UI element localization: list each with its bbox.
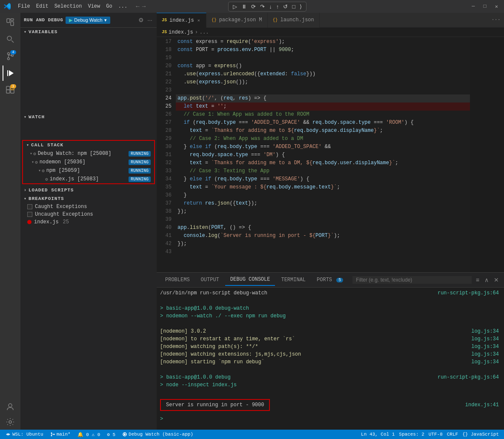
console-prompt: > — [160, 415, 501, 423]
menu-file[interactable]: File — [15, 3, 33, 10]
code-line-23 — [176, 86, 470, 94]
step-into-button[interactable]: ↓ — [267, 3, 274, 10]
activity-accounts[interactable] — [3, 399, 18, 414]
stop-button[interactable]: ↺ — [281, 3, 289, 10]
call-stack-item[interactable]: ⚙ index.js [25083] RUNNING — [23, 175, 154, 183]
watch-content — [20, 121, 157, 138]
uncaught-exceptions-checkbox[interactable] — [27, 212, 32, 217]
console-link[interactable]: run-script-pkg.js:64 — [438, 289, 501, 297]
console-link[interactable]: log.js:34 — [471, 335, 501, 343]
running-badge-0: RUNNING — [129, 151, 151, 157]
status-tasks[interactable]: ⚙ 5 — [105, 432, 117, 437]
caught-exceptions-checkbox[interactable] — [27, 204, 32, 209]
call-stack-item[interactable]: ▾ ⚙ nodemon [25036] RUNNING — [23, 158, 154, 166]
status-branch[interactable]: main* — [49, 432, 72, 437]
bottom-panel: PROBLEMS OUTPUT DEBUG CONSOLE TERMINAL P… — [157, 272, 504, 430]
settings-icon-button[interactable]: ⚙ — [137, 16, 145, 24]
code-line-40: app.listen(PORT, () => { — [176, 224, 470, 232]
panel-close-btn[interactable]: ✕ — [492, 276, 501, 284]
call-stack-item[interactable]: ▾ ⚙ npm [25059] RUNNING — [23, 166, 154, 175]
menu-more[interactable]: ... — [116, 3, 130, 10]
activity-explorer[interactable] — [3, 14, 18, 30]
console-link[interactable]: log.js:34 — [471, 328, 501, 335]
activity-run-debug[interactable] — [3, 66, 18, 81]
console-link[interactable]: log.js:34 — [471, 351, 501, 358]
console-link[interactable]: log.js:34 — [471, 358, 501, 366]
status-eol[interactable]: CRLF — [445, 432, 460, 437]
call-stack-header[interactable]: ▾ CALL STACK — [23, 141, 154, 149]
console-link[interactable]: run-script-pkg.js:64 — [438, 373, 501, 381]
minimap — [470, 37, 504, 272]
panel-list-btn[interactable]: ≡ — [474, 276, 481, 284]
tab-ports[interactable]: PORTS 5 — [312, 274, 348, 285]
variables-section-header[interactable]: ▾ VARIABLES — [20, 28, 157, 36]
tab-launchjson[interactable]: {} launch.json — [268, 13, 320, 28]
status-debug-label: Debug Watch (basic-app) — [129, 432, 193, 437]
continue-button[interactable]: ▷ — [231, 3, 239, 10]
call-stack-item-label-1: nodemon [25036] — [40, 159, 129, 165]
sidebar-toolbar: ⚙ ··· — [137, 16, 153, 24]
close-button[interactable]: ✕ — [493, 3, 501, 11]
menu-bar: File Edit Selection View Go ... — [15, 3, 130, 10]
nav-back-button[interactable]: ← — [136, 3, 139, 10]
code-lines[interactable]: const express = require('express'); cons… — [176, 37, 470, 272]
activity-settings[interactable] — [3, 414, 18, 430]
tab-terminal[interactable]: TERMINAL — [276, 274, 311, 285]
run-debug-label: RUN AND DEBUG — [24, 17, 63, 23]
breadcrumb-filename[interactable]: index.js — [169, 29, 193, 35]
server-link[interactable]: index.js:41 — [465, 401, 501, 409]
watch-section-header[interactable]: ▾ WATCH — [20, 113, 157, 121]
tab-packagejson[interactable]: {} package.json M — [206, 13, 268, 28]
status-spaces[interactable]: Spaces: 2 — [397, 432, 426, 437]
status-encoding[interactable]: UTF-8 — [427, 432, 444, 437]
code-line-26: // Case 1: When App was added to the ROO… — [176, 111, 470, 119]
step-out-button[interactable]: ↑ — [275, 3, 281, 10]
tab-more-button[interactable]: ··· — [488, 17, 504, 23]
status-position[interactable]: Ln 43, Col 1 — [359, 432, 396, 437]
indexjs-breakpoint-label: index.js — [34, 219, 59, 225]
debug-settings-button[interactable]: ⟩ — [298, 3, 304, 10]
variables-content — [20, 36, 157, 113]
maximize-button[interactable]: □ — [481, 3, 489, 11]
code-line-25: let text = ''; — [176, 103, 470, 111]
menu-view[interactable]: View — [85, 3, 103, 10]
tab-indexjs-close[interactable]: ✕ — [197, 17, 201, 23]
breadcrumb-more[interactable]: ... — [200, 29, 209, 35]
code-line-17: const express = require('express'); — [176, 38, 470, 46]
activity-search[interactable] — [3, 31, 18, 47]
code-line-27: if (req.body.type === 'ADDED_TO_SPACE' &… — [176, 119, 470, 127]
tab-indexjs[interactable]: JS index.js ✕ — [157, 13, 206, 28]
pause-button[interactable]: ⏸ — [240, 3, 249, 10]
tab-debug-console[interactable]: DEBUG CONSOLE — [225, 274, 275, 286]
status-language[interactable]: {} JavaScript — [461, 432, 501, 437]
debug-more-button[interactable]: □ — [290, 3, 297, 10]
server-running-message: Server is running in port - 9000 — [160, 399, 270, 411]
loaded-scripts-header[interactable]: › LOADED SCRIPTS — [20, 186, 157, 194]
debug-config-button[interactable]: ▶ Debug Watch ▾ — [66, 17, 110, 24]
minimize-button[interactable]: ─ — [469, 3, 477, 11]
activity-source-control[interactable]: 4 — [3, 48, 18, 64]
breakpoints-header[interactable]: ▾ BREAKPOINTS — [20, 194, 157, 203]
activity-extensions[interactable]: 1 — [3, 83, 18, 98]
code-editor[interactable]: 17 18 19 20 21 22 23 24 25 26 27 28 29 3… — [157, 37, 504, 272]
nav-forward-button[interactable]: → — [142, 3, 146, 10]
status-errors[interactable]: 🔔 0 ⚠ 0 — [76, 432, 102, 437]
console-filter-input[interactable] — [352, 276, 472, 284]
sidebar-scroll[interactable]: ▾ VARIABLES ▾ WATCH ▾ CALL STACK ▾ ⚙ — [20, 28, 157, 430]
panel-tabs: PROBLEMS OUTPUT DEBUG CONSOLE TERMINAL P… — [157, 273, 504, 288]
menu-selection[interactable]: Selection — [52, 3, 85, 10]
console-text: [nodemon] starting `npm run debug` — [160, 358, 264, 366]
status-remote[interactable]: WSL: Ubuntu — [3, 431, 45, 437]
restart-button[interactable]: ⟳ — [249, 3, 258, 10]
panel-up-btn[interactable]: ∧ — [483, 276, 490, 284]
tab-problems[interactable]: PROBLEMS — [160, 274, 195, 285]
more-actions-button[interactable]: ··· — [146, 16, 153, 24]
tab-output[interactable]: OUTPUT — [196, 274, 224, 285]
call-stack-item[interactable]: ▾ ⚙ Debug Watch: npm [25008] RUNNING — [23, 149, 154, 158]
status-debug[interactable]: Debug Watch (basic-app) — [120, 432, 195, 437]
menu-go[interactable]: Go — [103, 3, 115, 10]
step-over-button[interactable]: ↷ — [258, 3, 266, 10]
console-link[interactable]: log.js:34 — [471, 343, 501, 351]
menu-edit[interactable]: Edit — [34, 3, 51, 10]
console-line: > nodemon --watch ./ --exec npm run debu… — [160, 312, 501, 320]
